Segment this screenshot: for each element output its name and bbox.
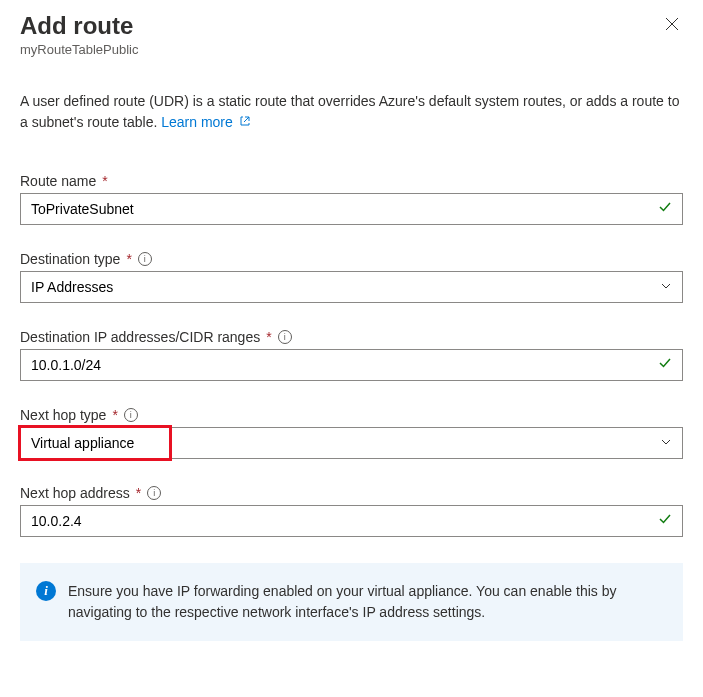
- close-button[interactable]: [661, 12, 683, 38]
- next-hop-type-value[interactable]: [21, 428, 650, 458]
- info-icon[interactable]: i: [147, 486, 161, 500]
- close-icon: [665, 17, 679, 31]
- route-name-label: Route name: [20, 173, 96, 189]
- destination-ip-input-wrapper[interactable]: [20, 349, 683, 381]
- field-next-hop-type: Next hop type * i: [20, 407, 683, 459]
- chevron-down-icon: [650, 435, 682, 451]
- destination-type-value[interactable]: [21, 272, 650, 302]
- description-body: A user defined route (UDR) is a static r…: [20, 93, 679, 130]
- required-indicator: *: [126, 251, 131, 267]
- page-title: Add route: [20, 12, 133, 40]
- description-text: A user defined route (UDR) is a static r…: [20, 91, 683, 133]
- destination-ip-label: Destination IP addresses/CIDR ranges: [20, 329, 260, 345]
- info-icon[interactable]: i: [124, 408, 138, 422]
- chevron-down-icon: [650, 279, 682, 295]
- required-indicator: *: [102, 173, 107, 189]
- learn-more-label: Learn more: [161, 114, 233, 130]
- required-indicator: *: [112, 407, 117, 423]
- info-circle-icon: i: [36, 581, 56, 601]
- route-name-input-wrapper[interactable]: [20, 193, 683, 225]
- route-name-input[interactable]: [21, 194, 648, 224]
- field-destination-type: Destination type * i: [20, 251, 683, 303]
- required-indicator: *: [266, 329, 271, 345]
- required-indicator: *: [136, 485, 141, 501]
- next-hop-address-label: Next hop address: [20, 485, 130, 501]
- field-destination-ip: Destination IP addresses/CIDR ranges * i: [20, 329, 683, 381]
- page-subtitle: myRouteTablePublic: [20, 42, 683, 57]
- destination-type-label: Destination type: [20, 251, 120, 267]
- field-next-hop-address: Next hop address * i: [20, 485, 683, 537]
- destination-ip-input[interactable]: [21, 350, 648, 380]
- field-route-name: Route name *: [20, 173, 683, 225]
- next-hop-type-label: Next hop type: [20, 407, 106, 423]
- next-hop-address-input-wrapper[interactable]: [20, 505, 683, 537]
- info-callout: i Ensure you have IP forwarding enabled …: [20, 563, 683, 641]
- check-icon: [648, 512, 682, 530]
- external-link-icon: [239, 112, 251, 133]
- check-icon: [648, 356, 682, 374]
- next-hop-type-select[interactable]: [20, 427, 683, 459]
- info-icon[interactable]: i: [278, 330, 292, 344]
- destination-type-select[interactable]: [20, 271, 683, 303]
- callout-text: Ensure you have IP forwarding enabled on…: [68, 581, 667, 623]
- check-icon: [648, 200, 682, 218]
- next-hop-address-input[interactable]: [21, 506, 648, 536]
- learn-more-link[interactable]: Learn more: [161, 114, 250, 130]
- info-icon[interactable]: i: [138, 252, 152, 266]
